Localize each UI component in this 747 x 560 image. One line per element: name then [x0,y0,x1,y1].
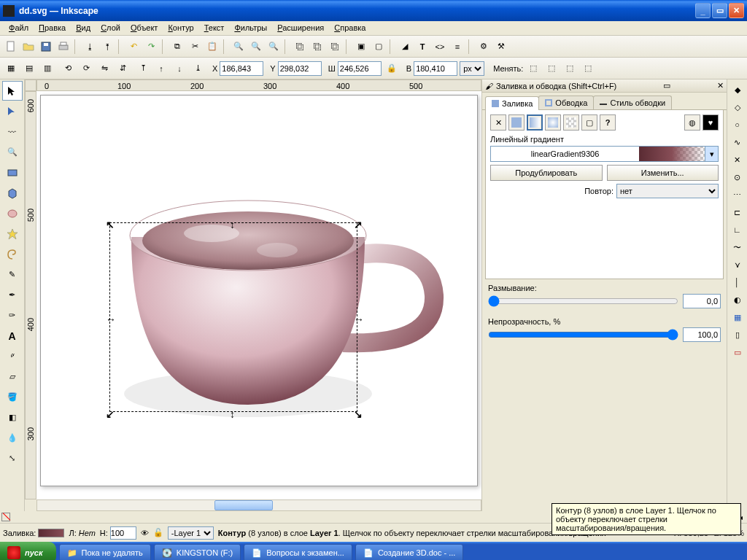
task-item-2[interactable]: 📄 Вопросы к экзамен... [244,544,352,560]
task-item-0[interactable]: 📁 Пока не удалять [59,544,151,560]
snap-grid-icon[interactable]: ▦ [730,310,745,324]
fill-unknown[interactable]: ? [600,114,616,131]
fill-linear[interactable] [527,114,543,131]
snap-cusp-icon[interactable]: ⋎ [730,257,745,272]
zoom-drawing-icon[interactable]: 🔍 [248,39,264,55]
fillrule-nonzero[interactable]: ♥ [703,114,719,131]
snap-page-icon[interactable]: ▭ [730,345,745,359]
status-opacity-input[interactable] [110,526,136,540]
tool-node[interactable] [2,101,23,121]
repeat-select[interactable]: нет [616,184,719,198]
flip-h-icon[interactable]: ⇋ [96,61,112,77]
redo-icon[interactable]: ↷ [143,39,159,55]
rotate-cw-icon[interactable]: ⟳ [78,61,94,77]
affect-move-icon[interactable]: ⬚ [525,61,541,77]
import-icon[interactable]: ⭳ [82,39,98,55]
tool-spiral[interactable] [2,244,23,264]
snap-edge-icon[interactable]: ⊏ [730,205,745,219]
gradient-dropdown-icon[interactable]: ▾ [705,147,718,161]
lower-icon[interactable]: ↓ [171,61,187,77]
lock-layer-icon[interactable]: 🔓 [153,528,163,537]
task-item-1[interactable]: 💽 KINGSTON (F:) [154,544,241,560]
lower-bottom-icon[interactable]: ⤓ [190,61,206,77]
sel-handle-br[interactable]: ↘ [354,408,363,417]
fill-radial[interactable] [545,114,561,131]
flip-v-icon[interactable]: ⇵ [115,61,131,77]
ungroup-icon[interactable]: ▢ [371,39,387,55]
x-input[interactable] [220,61,263,76]
affect-pattern-icon[interactable]: ⬚ [580,61,596,77]
hscrollbar[interactable] [25,499,481,511]
tool-connector[interactable]: ⤡ [2,448,23,468]
opacity-input[interactable] [683,327,721,342]
fill-pattern[interactable] [563,114,579,131]
snap-node-icon[interactable]: ○ [730,117,745,132]
snap-corner-icon[interactable]: ∟ [730,222,745,237]
status-fill-swatch[interactable] [38,529,64,537]
sel-handle-bl[interactable]: ↙ [106,408,115,417]
gradient-select[interactable]: linearGradient9306 [491,149,639,158]
snap-path-icon[interactable]: ∿ [730,135,745,149]
y-input[interactable] [278,61,322,76]
fillrule-evenodd[interactable]: ◍ [684,114,700,131]
tool-bucket[interactable]: 🪣 [2,387,23,407]
snap-smooth-icon[interactable]: 〜 [730,240,745,254]
snap-other-icon[interactable]: ◐ [730,292,745,307]
unlink-icon[interactable]: ⿻ [327,39,343,55]
menu-extensions[interactable]: Расширения [273,23,328,34]
menu-object[interactable]: Объект [126,23,162,34]
sel-handle-t[interactable]: ↕ [230,219,239,228]
sel-handle-l[interactable]: ↔ [106,314,115,322]
layer-select[interactable]: -Layer 1 [168,526,214,540]
tool-3dbox[interactable] [2,183,23,203]
raise-top-icon[interactable]: ⤒ [135,61,151,77]
units-select[interactable]: px [460,61,484,76]
sel-handle-tr[interactable]: ↗ [354,219,363,228]
snap-guide-icon[interactable]: ▯ [730,327,745,342]
menu-edit[interactable]: Правка [34,23,70,34]
raise-icon[interactable]: ↑ [153,61,169,77]
snap-midpoint-icon[interactable]: ⋯ [730,187,745,202]
paste-icon[interactable]: 📋 [204,39,220,55]
new-icon[interactable] [3,39,19,55]
dock-iconify[interactable]: ▭ [663,81,670,90]
export-icon[interactable]: ⭱ [99,39,115,55]
tab-stroke[interactable]: Обводка [538,96,594,109]
palette-none[interactable] [1,513,10,521]
sel-handle-tl[interactable]: ↖ [106,219,115,228]
fill-stroke-icon[interactable]: ◢ [397,39,413,55]
minimize-button[interactable]: _ [695,3,711,18]
copy-icon[interactable]: ⧉ [169,39,185,55]
fill-swatch[interactable]: ▢ [581,114,597,131]
align-icon[interactable]: ≡ [449,39,465,55]
print-icon[interactable] [55,39,71,55]
status-stroke-value[interactable]: Нет [79,529,96,537]
tab-fill[interactable]: Заливка [485,96,539,110]
snap-center-icon[interactable]: ⊙ [730,170,745,184]
blur-slider[interactable] [488,295,678,307]
tool-selector[interactable] [2,81,23,101]
select-layer-icon[interactable]: ▤ [21,61,37,77]
open-icon[interactable] [20,39,36,55]
menu-text[interactable]: Текст [200,23,229,34]
xml-icon[interactable]: <> [432,39,448,55]
clone-icon[interactable]: ⿻ [309,39,325,55]
maximize-button[interactable]: ▭ [712,3,727,18]
opacity-slider[interactable] [488,329,678,341]
tool-zoom[interactable]: 🔍 [2,142,23,162]
tool-rect[interactable] [2,163,23,182]
duplicate-icon[interactable]: ⿻ [292,39,308,55]
dock-close[interactable]: ✕ [717,81,724,90]
deselect-icon[interactable]: ▥ [39,61,55,77]
h-input[interactable] [414,61,457,76]
tool-calligraphy[interactable]: ✑ [2,306,23,325]
save-icon[interactable] [38,39,54,55]
sel-handle-b[interactable]: ↕ [230,408,239,417]
blur-input[interactable] [683,294,721,308]
snap-enable-icon[interactable]: ◆ [730,82,745,97]
snap-line-icon[interactable]: │ [730,275,745,289]
fill-none[interactable]: ✕ [490,114,506,131]
docprops-icon[interactable]: ⚒ [493,39,509,55]
cut-icon[interactable]: ✂ [187,39,203,55]
menu-file[interactable]: Файл [4,23,33,34]
